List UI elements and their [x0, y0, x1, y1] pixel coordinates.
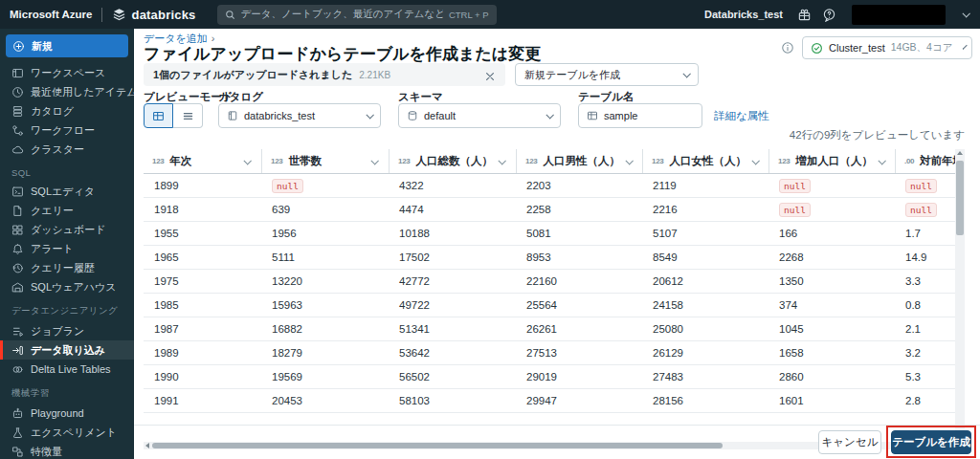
account-chevron-down-icon[interactable]	[962, 10, 969, 17]
sidebar-item-query[interactable]: クエリー	[0, 201, 134, 220]
gift-icon[interactable]	[796, 7, 812, 22]
column-type-icon: 123	[525, 157, 537, 165]
sidebar-item-warehouse[interactable]: SQLウェアハウス	[0, 277, 134, 296]
sidebar-item-experiment[interactable]: エクスペリメント	[0, 423, 134, 442]
column-menu-chevron-icon[interactable]	[878, 157, 885, 164]
column-menu-chevron-icon[interactable]	[370, 157, 378, 164]
sidebar-item-label: アラート	[31, 242, 74, 256]
column-header-1[interactable]: 123世帯数	[261, 149, 389, 173]
cancel-button[interactable]: キャンセル	[818, 430, 881, 454]
workflow-icon	[11, 124, 24, 137]
sidebar-item-feature-store[interactable]: 特徴量	[0, 442, 134, 459]
plus-circle-icon	[12, 40, 25, 53]
databricks-wordmark: databricks	[131, 8, 195, 22]
column-header-0[interactable]: 123年次	[144, 149, 261, 173]
table-cell: 0.8	[895, 299, 955, 311]
scroll-up-icon[interactable]	[957, 151, 963, 155]
help-icon[interactable]	[821, 7, 836, 22]
table-icon	[587, 110, 598, 121]
sidebar-item-bell[interactable]: アラート	[0, 239, 134, 258]
column-menu-chevron-icon[interactable]	[625, 157, 633, 164]
sidebar-item-playground[interactable]: Playground	[0, 404, 134, 423]
sidebar-item-label: ワークフロー	[31, 123, 95, 138]
global-search-input[interactable]: データ、ノートブック、最近のアイテムなどを検索... CTRL + P	[217, 5, 497, 25]
scroll-left-icon[interactable]	[145, 443, 149, 448]
table-cell: 639	[261, 204, 389, 215]
mode-chevron-down-icon	[682, 70, 690, 77]
sidebar-item-label: SQLエディタ	[31, 185, 95, 199]
column-header-2[interactable]: 123人口総数（人）	[389, 149, 516, 173]
table-cell: 25564	[516, 299, 642, 311]
table-mode-select[interactable]: 新規テーブルを作成	[515, 63, 699, 86]
table-name-input[interactable]: sample	[578, 103, 702, 128]
cluster-spec: 14GB、4コア	[891, 41, 953, 55]
data-ingestion-icon	[11, 344, 24, 357]
table-cell: null	[768, 203, 895, 217]
table-view-toggle[interactable]	[144, 103, 173, 128]
sidebar-item-dashboard[interactable]: ダッシュボード	[0, 220, 134, 239]
close-icon[interactable]	[484, 69, 496, 80]
table-cell: 56502	[389, 371, 516, 382]
catalog-select[interactable]: databricks_test	[218, 103, 381, 128]
sidebar-item-cloud[interactable]: クラスター	[0, 140, 134, 159]
table-cell: 1956	[261, 228, 389, 239]
cluster-selector[interactable]: Cluster_test 14GB、4コア	[802, 36, 972, 59]
sidebar-item-data-ingestion[interactable]: データ取り込み	[0, 340, 134, 360]
sidebar-item-delta-live-tables[interactable]: Delta Live Tables	[0, 360, 134, 379]
table-cell: 27483	[642, 371, 768, 382]
column-header-4[interactable]: 123人口女性（人）	[642, 149, 768, 173]
playground-icon	[11, 407, 24, 420]
sidebar-item-workspace[interactable]: ワークスペース	[0, 63, 134, 82]
sidebar-item-clock[interactable]: 最近使用したアイテム	[0, 82, 134, 101]
data-preview-grid: 123年次123世帯数123人口総数（人）123人口男性（人）123人口女性（人…	[144, 149, 965, 449]
sidebar-item-workflow[interactable]: ワークフロー	[0, 120, 134, 140]
table-cell: 2216	[642, 204, 768, 215]
schema-select[interactable]: default	[398, 103, 561, 128]
column-header-5[interactable]: 123増加人口（人）	[768, 149, 895, 173]
list-view-toggle[interactable]	[173, 103, 203, 128]
sidebar-item-catalog[interactable]: カタログ	[0, 101, 134, 120]
column-menu-chevron-icon[interactable]	[498, 157, 505, 164]
sidebar-section-label: 機械学習	[0, 379, 134, 404]
table-cell: 2.1	[895, 323, 955, 335]
table-cell: 20612	[642, 275, 768, 287]
footer-divider	[134, 425, 980, 426]
column-menu-chevron-icon[interactable]	[243, 157, 251, 164]
column-menu-chevron-icon[interactable]	[751, 157, 759, 164]
sidebar-nav: 新規ワークスペース最近使用したアイテムカタログワークフロークラスターSQLSQL…	[0, 29, 134, 459]
sidebar-item-label: クラスター	[31, 142, 84, 157]
table-cell: 1350	[768, 275, 895, 287]
vertical-scroll-thumb[interactable]	[956, 161, 964, 235]
table-cell: 49722	[389, 299, 516, 311]
table-cell: 374	[768, 299, 895, 311]
cloud-icon	[11, 143, 24, 156]
sidebar-item-plus-circle[interactable]: 新規	[6, 34, 128, 57]
sql-editor-icon	[11, 186, 24, 198]
table-cell: 18279	[261, 347, 389, 359]
databricks-logo[interactable]: databricks	[112, 8, 195, 22]
sidebar-item-label: SQLウェアハウス	[31, 280, 117, 295]
column-header-6[interactable]: .00対前年増加率	[895, 149, 955, 173]
column-header-3[interactable]: 123人口男性（人）	[516, 149, 642, 173]
null-value-badge: null	[272, 179, 303, 193]
sidebar-item-job-runs[interactable]: ジョブラン	[0, 321, 134, 340]
advanced-attributes-link[interactable]: 詳細な属性	[714, 109, 769, 123]
table-cell: 16882	[261, 323, 389, 335]
experiment-icon	[11, 426, 24, 439]
catalog-value: databricks_test	[244, 110, 315, 121]
table-cell: 20453	[261, 395, 389, 406]
table-row: 1985159634972225564241583740.8	[144, 294, 955, 317]
vertical-scrollbar[interactable]	[955, 149, 965, 442]
table-cell: 4474	[389, 204, 516, 215]
table-cell: null	[768, 179, 895, 193]
horizontal-scroll-thumb[interactable]	[152, 443, 723, 448]
info-icon[interactable]	[781, 41, 794, 55]
sidebar-item-history[interactable]: クエリー履歴	[0, 258, 134, 277]
create-table-button[interactable]: テーブルを作成	[891, 430, 971, 454]
table-cell: 1991	[144, 395, 261, 406]
sidebar-item-sql-editor[interactable]: SQLエディタ	[0, 182, 134, 201]
preview-status: 42行の9列をプレビューしています	[790, 128, 965, 142]
table-cell: 3.2	[895, 347, 955, 359]
microsoft-azure-label: Microsoft Azure	[10, 9, 92, 20]
user-account-redacted[interactable]	[852, 5, 946, 25]
